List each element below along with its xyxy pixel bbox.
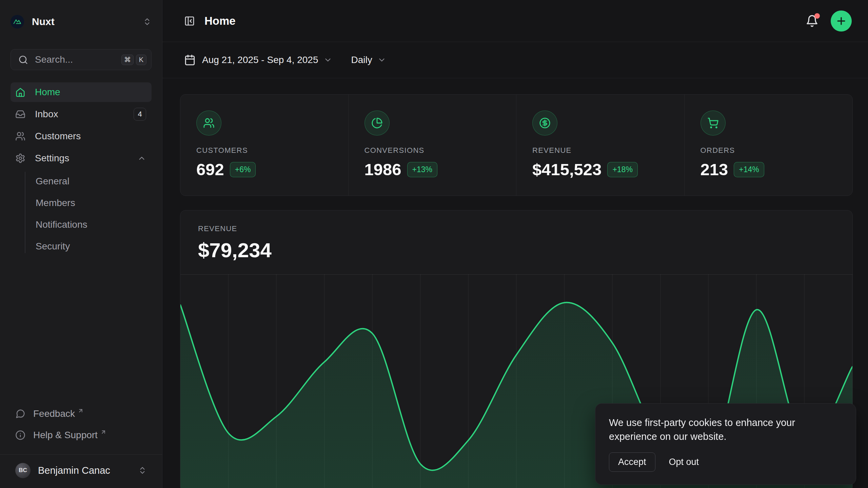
stat-delta-badge: +14% — [734, 162, 764, 177]
sidebar-item-customers[interactable]: Customers — [11, 126, 152, 146]
cookie-banner: We use first-party cookies to enhance yo… — [595, 403, 856, 485]
granularity-select[interactable]: Daily — [351, 55, 386, 65]
search-input[interactable]: Search... ⌘ K — [11, 49, 152, 70]
sidebar-item-help-support[interactable]: Help & Support — [11, 426, 152, 445]
calendar-icon — [184, 54, 196, 66]
workspace-name: Nuxt — [32, 16, 55, 27]
workspace-switcher[interactable]: Nuxt — [11, 15, 152, 28]
notification-dot — [814, 13, 820, 19]
inbox-icon — [15, 109, 25, 119]
stat-delta-badge: +18% — [607, 162, 637, 177]
gear-icon — [15, 153, 25, 163]
stat-value: 692 — [196, 160, 224, 179]
cookie-actions: Accept Opt out — [609, 452, 842, 472]
stat-value: $415,523 — [532, 160, 601, 179]
stat-label: ORDERS — [701, 146, 843, 155]
stat-label: REVENUE — [532, 146, 674, 155]
notifications-button[interactable] — [806, 15, 818, 27]
message-circle-icon — [15, 409, 25, 419]
search-shortcut: ⌘ K — [121, 55, 146, 65]
chevron-up-icon — [137, 154, 146, 163]
toolbar: Aug 21, 2025 - Sep 4, 2025 Daily — [162, 42, 868, 78]
kbd-cmd: ⌘ — [121, 55, 134, 65]
circle-dollar-icon — [532, 110, 557, 136]
chevron-down-icon — [323, 56, 332, 64]
user-menu[interactable]: BC Benjamin Canac — [11, 461, 152, 480]
user-section: BC Benjamin Canac — [0, 454, 162, 488]
stat-revenue: REVENUE $415,523 +18% — [516, 95, 685, 196]
sidebar-item-general[interactable]: General — [36, 170, 152, 192]
granularity-label: Daily — [351, 55, 372, 65]
opt-out-button[interactable]: Opt out — [669, 457, 699, 467]
search-icon — [18, 55, 28, 65]
kbd-k: K — [136, 55, 146, 65]
shopping-cart-icon — [701, 110, 726, 136]
stat-label: CUSTOMERS — [196, 146, 338, 155]
sidebar-nav: Home Inbox 4 Customers Settings Genera — [11, 82, 152, 257]
sidebar-collapse-button[interactable] — [184, 16, 195, 26]
users-icon — [196, 110, 221, 136]
sidebar-item-members[interactable]: Members — [36, 192, 152, 214]
external-link-icon — [100, 429, 106, 435]
plus-icon — [835, 15, 847, 27]
sidebar-item-security[interactable]: Security — [36, 236, 152, 257]
add-button[interactable] — [831, 11, 852, 32]
stat-value: 1986 — [364, 160, 401, 179]
stat-customers: CUSTOMERS 692 +6% — [180, 95, 349, 196]
date-range-picker[interactable]: Aug 21, 2025 - Sep 4, 2025 — [184, 54, 332, 66]
nuxt-logo-icon — [11, 15, 24, 28]
stats-row: CUSTOMERS 692 +6% CONVERSIONS 1986 +13% — [180, 94, 853, 196]
sidebar-item-notifications[interactable]: Notifications — [36, 214, 152, 236]
info-circle-icon — [15, 430, 25, 440]
pie-chart-icon — [364, 110, 390, 136]
revenue-label: REVENUE — [198, 224, 835, 233]
stat-conversions: CONVERSIONS 1986 +13% — [349, 95, 517, 196]
chevrons-up-down-icon — [143, 17, 152, 26]
stat-delta-badge: +13% — [407, 162, 437, 177]
avatar: BC — [15, 463, 31, 478]
chevron-down-icon — [377, 56, 386, 64]
inbox-count-badge: 4 — [134, 108, 146, 121]
sidebar-item-inbox[interactable]: Inbox 4 — [11, 104, 152, 124]
sidebar-footer: Feedback Help & Support — [11, 404, 152, 454]
sidebar-item-settings[interactable]: Settings — [11, 148, 152, 168]
stat-label: CONVERSIONS — [364, 146, 506, 155]
sidebar-item-home[interactable]: Home — [11, 82, 152, 102]
settings-subnav: General Members Notifications Security — [11, 170, 152, 257]
accept-button[interactable]: Accept — [609, 452, 655, 472]
cookie-message: We use first-party cookies to enhance yo… — [609, 416, 842, 444]
sidebar-item-feedback[interactable]: Feedback — [11, 404, 152, 423]
page-title: Home — [204, 15, 236, 27]
date-range-label: Aug 21, 2025 - Sep 4, 2025 — [202, 55, 318, 65]
home-icon — [15, 87, 25, 97]
sidebar-spacer — [11, 257, 152, 404]
users-icon — [15, 131, 25, 141]
stat-value: 213 — [701, 160, 728, 179]
revenue-head: REVENUE $79,234 — [180, 210, 852, 274]
stat-orders: ORDERS 213 +14% — [685, 95, 853, 196]
chevrons-up-down-icon — [138, 466, 147, 475]
sidebar: Nuxt Search... ⌘ K Home Inbox 4 — [0, 0, 162, 488]
stat-delta-badge: +6% — [230, 162, 256, 177]
search-placeholder: Search... — [35, 54, 73, 65]
user-name: Benjamin Canac — [38, 465, 110, 476]
topbar-actions — [806, 11, 852, 32]
revenue-total: $79,234 — [198, 239, 835, 262]
external-link-icon — [78, 408, 84, 414]
topbar: Home — [162, 0, 868, 42]
panel-left-close-icon — [184, 16, 195, 26]
